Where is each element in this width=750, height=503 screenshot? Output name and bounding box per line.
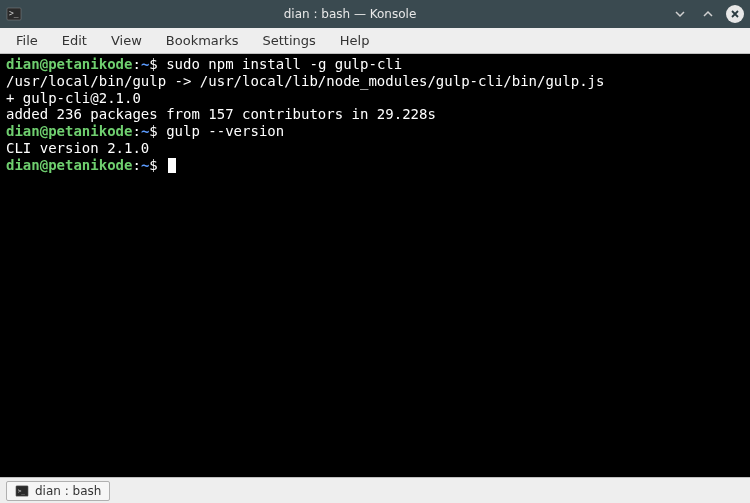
cursor-icon (168, 158, 176, 173)
terminal-output-line: added 236 packages from 157 contributors… (6, 106, 744, 123)
tab-label: dian : bash (35, 484, 101, 498)
menubar: File Edit View Bookmarks Settings Help (0, 28, 750, 54)
tab-current[interactable]: >_ dian : bash (6, 481, 110, 501)
terminal-prompt-line: dian@petanikode:~$ (6, 157, 744, 174)
terminal-icon: >_ (15, 484, 29, 498)
menu-view[interactable]: View (99, 29, 154, 52)
terminal-prompt-line: dian@petanikode:~$ gulp --version (6, 123, 744, 140)
minimize-button[interactable] (670, 4, 690, 24)
svg-text:>_: >_ (18, 486, 26, 494)
terminal-area[interactable]: dian@petanikode:~$ sudo npm install -g g… (0, 54, 750, 477)
maximize-button[interactable] (698, 4, 718, 24)
terminal-output-line: + gulp-cli@2.1.0 (6, 90, 744, 107)
svg-text:>_: >_ (9, 9, 19, 18)
close-button[interactable] (726, 5, 744, 23)
app-icon: >_ (6, 6, 22, 22)
titlebar: >_ dian : bash — Konsole (0, 0, 750, 28)
statusbar: >_ dian : bash (0, 477, 750, 503)
menu-help[interactable]: Help (328, 29, 382, 52)
menu-settings[interactable]: Settings (250, 29, 327, 52)
terminal-prompt-line: dian@petanikode:~$ sudo npm install -g g… (6, 56, 744, 73)
menu-bookmarks[interactable]: Bookmarks (154, 29, 251, 52)
window-title: dian : bash — Konsole (30, 7, 670, 21)
window-controls (670, 4, 744, 24)
terminal-output-line: CLI version 2.1.0 (6, 140, 744, 157)
menu-file[interactable]: File (4, 29, 50, 52)
menu-edit[interactable]: Edit (50, 29, 99, 52)
terminal-output-line: /usr/local/bin/gulp -> /usr/local/lib/no… (6, 73, 744, 90)
